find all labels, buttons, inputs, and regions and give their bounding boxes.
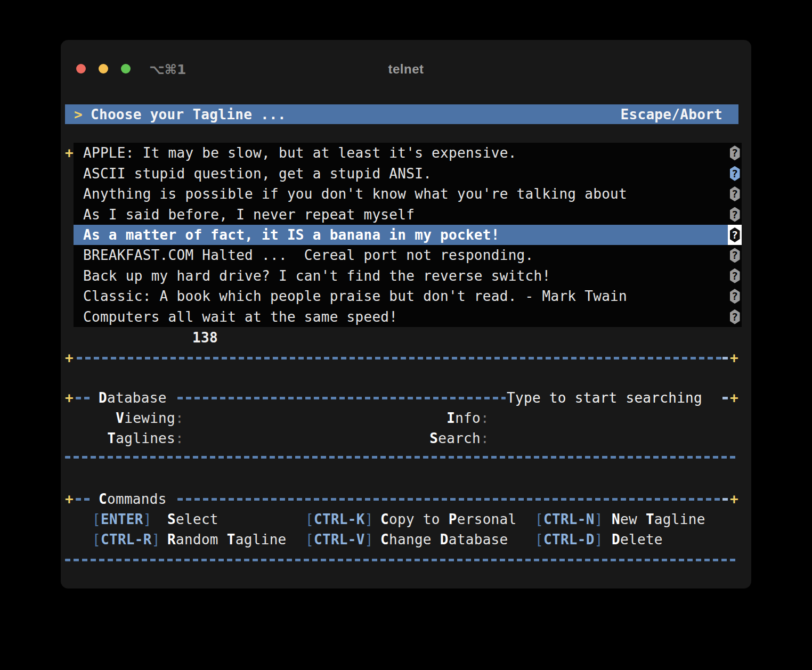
- unknown-char-glyph-icon: ?: [728, 307, 742, 327]
- command-key-ctrl-r[interactable]: [CTRL-R]: [92, 529, 160, 550]
- frame-plus: +: [65, 348, 74, 368]
- dashed-line: [76, 498, 90, 501]
- command-label[interactable]: Random Tagline: [167, 529, 287, 550]
- prompt-title: Choose your Tagline ...: [91, 104, 286, 125]
- separator: [65, 550, 738, 570]
- frame-plus: +: [65, 388, 74, 408]
- search-hint: Type to start searching: [507, 388, 702, 408]
- dashed-line: [65, 559, 738, 561]
- tagline-row[interactable]: As I said before, I never repeat myself?: [74, 204, 742, 224]
- tagline-row-selected[interactable]: As a matter of fact, it IS a banana in m…: [74, 225, 742, 245]
- separator: + +: [65, 348, 738, 368]
- dashed-line-highlight: [722, 498, 728, 501]
- tagline-row[interactable]: Back up my hard drive? I can't find the …: [74, 266, 742, 286]
- terminal-window: ⌥⌘1 telnet > Choose your Tagline ... Esc…: [61, 40, 751, 589]
- command-label[interactable]: Select: [167, 509, 218, 529]
- tagline-row[interactable]: BREAKFAST.COM Halted ... Cereal port not…: [74, 245, 742, 265]
- command-label[interactable]: New Tagline: [612, 509, 705, 529]
- command-key-ctrl-d[interactable]: [CTRL-D]: [535, 529, 603, 550]
- tagline-text: As a matter of fact, it IS a banana in m…: [74, 225, 728, 245]
- tagline-count: 138: [192, 328, 218, 348]
- command-key-ctrl-n[interactable]: [CTRL-N]: [535, 509, 603, 529]
- tagline-text: ASCII stupid question, get a stupid ANSI…: [74, 163, 728, 183]
- dashed-line-highlight: [722, 397, 728, 399]
- database-panel-title: Database: [99, 388, 167, 408]
- tagline-text: APPLE: It may be slow, but at least it's…: [74, 143, 728, 163]
- dashed-line: [76, 397, 90, 399]
- command-key-enter[interactable]: [ENTER]: [92, 509, 152, 529]
- dashed-line: [77, 357, 721, 359]
- tagline-row[interactable]: Computers all wait at the same speed!?: [74, 307, 742, 327]
- field-label-info: Info:: [65, 408, 489, 428]
- tagline-row[interactable]: ASCII stupid question, get a stupid ANSI…: [74, 163, 742, 183]
- database-panel-header: + Database Type to start searching +: [65, 388, 738, 408]
- unknown-char-glyph-icon: ?: [728, 204, 742, 224]
- unknown-char-glyph-icon: ?: [728, 184, 742, 204]
- tagline-text: Anything is possible if you don't know w…: [74, 184, 728, 204]
- escape-abort-button[interactable]: Escape/Abort: [621, 104, 722, 125]
- tagline-text: BREAKFAST.COM Halted ... Cereal port not…: [74, 245, 728, 265]
- frame-plus: +: [65, 489, 74, 509]
- tagline-row[interactable]: Anything is possible if you don't know w…: [74, 184, 742, 204]
- commands-panel-title: Commands: [99, 489, 167, 509]
- frame-corner-plus: +: [65, 143, 74, 163]
- tagline-list: APPLE: It may be slow, but at least it's…: [74, 143, 742, 327]
- separator: [65, 447, 738, 467]
- unknown-char-glyph-icon: ?: [728, 143, 742, 163]
- commands-panel-header: + Commands +: [65, 489, 738, 509]
- tagline-text: Back up my hard drive? I can't find the …: [74, 266, 728, 286]
- dashed-line: [65, 456, 738, 459]
- tagline-text: Computers all wait at the same speed!: [74, 307, 728, 327]
- tagline-text: As I said before, I never repeat myself: [74, 204, 728, 224]
- tagline-row[interactable]: APPLE: It may be slow, but at least it's…: [74, 143, 742, 163]
- prompt-bar: > Choose your Tagline ... Escape/Abort: [65, 104, 738, 124]
- dashed-line: [177, 397, 506, 399]
- command-key-ctrl-k[interactable]: [CTRL-K]: [305, 509, 373, 529]
- dashed-line-highlight: [722, 357, 728, 359]
- command-label[interactable]: Copy to Personal: [380, 509, 517, 529]
- command-label[interactable]: Delete: [612, 529, 663, 550]
- window-title: telnet: [61, 62, 751, 77]
- tagline-row[interactable]: Classic: A book which people praise but …: [74, 286, 742, 306]
- prompt-arrow-icon: >: [74, 104, 83, 125]
- tagline-text: Classic: A book which people praise but …: [74, 286, 728, 306]
- unknown-char-glyph-icon: ?: [728, 266, 742, 286]
- command-label[interactable]: Change Database: [380, 529, 508, 550]
- command-key-ctrl-v[interactable]: [CTRL-V]: [305, 529, 373, 550]
- frame-plus: +: [730, 388, 738, 408]
- frame-plus: +: [730, 348, 738, 368]
- titlebar: ⌥⌘1 telnet: [61, 40, 751, 77]
- frame-plus: +: [730, 489, 738, 509]
- field-label-search: Search:: [65, 428, 489, 448]
- unknown-char-glyph-icon: ?: [728, 163, 742, 183]
- unknown-char-glyph-icon: ?: [728, 225, 742, 245]
- dashed-line: [177, 498, 721, 501]
- unknown-char-glyph-icon: ?: [728, 286, 742, 306]
- unknown-char-glyph-icon: ?: [728, 245, 742, 265]
